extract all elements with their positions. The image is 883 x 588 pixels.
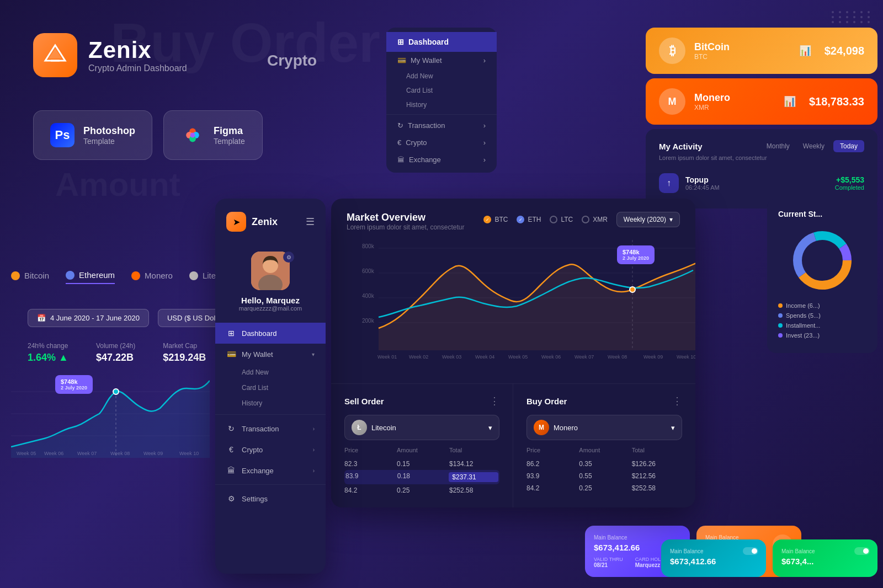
settings-icon[interactable]: ⚙ (283, 252, 294, 263)
filter-ltc[interactable]: LTC (550, 216, 573, 223)
buy-order-menu-icon[interactable]: ⋮ (672, 395, 682, 407)
filter-xmr[interactable]: XMR (582, 216, 608, 223)
os-history[interactable]: History (386, 98, 497, 112)
filter-eth[interactable]: ETH (517, 216, 541, 223)
nav-wallet-label: My Wallet (242, 350, 273, 359)
brand-text: Zenix Crypto Admin Dashboard (88, 37, 187, 73)
crypto-nav-icon: € (226, 445, 236, 455)
sell-total-1: $134.12 (449, 460, 499, 468)
green-card[interactable]: Main Balance $673,4... (773, 539, 877, 577)
os-wallet-label: My Wallet (411, 56, 442, 65)
tab-monero[interactable]: Monero (131, 271, 173, 284)
income-label: Income (6...) (786, 302, 820, 309)
date-range-label: 4 June 2020 - 17 June 2020 (50, 314, 140, 322)
crypto-icon: € (397, 138, 401, 147)
topup-time: 06:24:45 AM (685, 184, 828, 191)
os-addnew[interactable]: Add New (386, 69, 497, 83)
exchange-nav-icon: 🏛 (226, 466, 236, 475)
change-value: 1.64% ▲ (28, 352, 68, 364)
os-wallet[interactable]: 💳 My Wallet › (386, 52, 497, 69)
tab-bitcoin[interactable]: Bitcoin (11, 271, 49, 284)
installment-label: Installment... (786, 322, 820, 329)
activity-filters: Monthly Weekly Today (762, 140, 864, 152)
buy-price-col: Price (526, 447, 577, 453)
nav-exchange[interactable]: 🏛 Exchange › (215, 460, 326, 481)
weekly-filter[interactable]: Weekly (799, 140, 829, 152)
litecoin-select[interactable]: Ł Litecoin ▾ (344, 415, 499, 440)
activity-panel: My Activity Monthly Weekly Today Lorem i… (646, 129, 877, 209)
btc-chart-icon: 📊 (799, 45, 811, 57)
os-dashboard[interactable]: ⊞ Dashboard (386, 32, 497, 52)
topup-name: Topup (685, 175, 828, 184)
buy-total-3: $252.58 (632, 484, 682, 492)
avatar-container: ⚙ (251, 252, 290, 290)
greeting-text: Hello, (241, 296, 266, 305)
nav-settings-left: ⚙ Settings (226, 494, 268, 504)
os-transaction[interactable]: ↻ Transaction › (386, 117, 497, 134)
chart-tooltip: $748k 2 July 2020 (55, 375, 93, 394)
litecoin-label: Litecoin (371, 424, 396, 432)
nav-cardlist[interactable]: Card List (215, 380, 326, 395)
os-cardlist[interactable]: Card List (386, 83, 497, 98)
sell-order-menu-icon[interactable]: ⋮ (490, 395, 499, 407)
mo-title: Market Overview Lorem ipsum dolor sit am… (347, 212, 464, 231)
svg-text:Week 03: Week 03 (442, 354, 461, 360)
sell-price-col: Price (344, 447, 395, 453)
os-crypto[interactable]: € Crypto › (386, 134, 497, 151)
btc-check-icon (483, 216, 491, 223)
invest-label: Invest (23...) (786, 332, 820, 339)
user-email: marquezzzz@mail.com (239, 305, 302, 312)
os-exchange[interactable]: 🏛 Exchange › (386, 151, 497, 168)
nav-crypto[interactable]: € Crypto › (215, 439, 326, 460)
chevron-crypto: › (483, 138, 486, 147)
figma-icon (180, 123, 205, 147)
week-chevron-icon: ▾ (669, 216, 673, 223)
sell-total-col: Total (449, 447, 499, 453)
bottom-crypto-tab-label[interactable]: Crypto (267, 52, 317, 70)
sell-row-3: 84.2 0.25 $252.58 (344, 484, 499, 496)
ps-label: Photoshop Template (83, 125, 135, 146)
svg-text:Week 07: Week 07 (575, 354, 594, 360)
legend-invest: Invest (23...) (778, 332, 866, 339)
buy-amount-2: 0.55 (579, 472, 629, 480)
nav-divider-1 (215, 414, 326, 415)
nav-wallet-left: 💳 My Wallet (226, 349, 273, 359)
photoshop-card[interactable]: Ps Photoshop Template (33, 110, 152, 160)
bitcoin-price-card[interactable]: ₿ BitCoin BTC 📊 $24,098 (646, 28, 877, 74)
teal-card[interactable]: Main Balance $673,412.66 (661, 539, 766, 577)
week-select-button[interactable]: Weekly (2020) ▾ (616, 212, 680, 227)
nav-history[interactable]: History (215, 395, 326, 411)
xmr-chart-icon: 📊 (784, 95, 796, 108)
nav-transaction[interactable]: ↻ Transaction › (215, 418, 326, 439)
sell-amount-2: 0.18 (397, 472, 447, 482)
volume-label: Volume (24h) (96, 342, 135, 350)
date-range-button[interactable]: 📅 4 June 2020 - 17 June 2020 (28, 309, 149, 327)
buy-total-1: $126.26 (632, 460, 682, 468)
green-toggle[interactable] (854, 547, 870, 555)
hamburger-button[interactable]: ☰ (306, 216, 315, 228)
sidebar-logo: ➤ Zenix (226, 212, 278, 232)
invest-dot (778, 333, 783, 338)
nav-addnew[interactable]: Add New (215, 365, 326, 380)
ps-name: Photoshop (83, 125, 135, 137)
nav-wallet[interactable]: 💳 My Wallet ▾ (215, 344, 326, 365)
monthly-filter[interactable]: Monthly (762, 140, 794, 152)
figma-card[interactable]: Figma Template (163, 110, 263, 160)
nav-exchange-label: Exchange (242, 467, 274, 475)
market-overview: Market Overview Lorem ipsum dolor sit am… (331, 199, 695, 383)
filter-btc[interactable]: BTC (483, 216, 508, 223)
svg-text:Week 06: Week 06 (541, 354, 561, 360)
purple-valid: VALID THRU 08/21 (594, 557, 623, 568)
teal-toggle[interactable] (743, 547, 758, 555)
eth-check-icon (517, 216, 524, 223)
today-filter[interactable]: Today (833, 140, 864, 152)
tab-ethereum[interactable]: Ethereum (66, 270, 115, 284)
monero-price-card[interactable]: M Monero XMR 📊 $18,783.33 (646, 78, 877, 125)
monero-select[interactable]: M Monero ▾ (526, 415, 682, 440)
nav-exchange-left: 🏛 Exchange (226, 466, 274, 475)
chevron-transaction: › (483, 121, 486, 130)
os-transaction-label: Transaction (408, 121, 445, 130)
nav-dashboard[interactable]: ⊞ Dashboard (215, 323, 326, 344)
buy-amount-3: 0.25 (579, 484, 629, 492)
nav-settings[interactable]: ⚙ Settings (215, 488, 326, 509)
